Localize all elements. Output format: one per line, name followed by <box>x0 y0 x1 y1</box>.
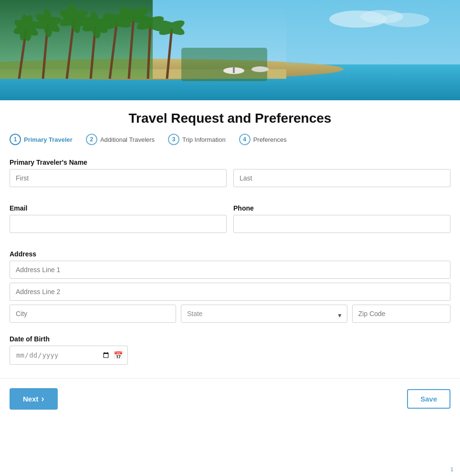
save-button[interactable]: Save <box>407 389 450 409</box>
step-num-2: 2 <box>86 134 97 145</box>
step-num-3: 3 <box>168 134 179 145</box>
wizard-nav: 1 Primary Traveler 2 Additional Traveler… <box>0 134 460 145</box>
phone-group: Phone <box>233 204 450 233</box>
dob-label: Date of Birth <box>10 335 450 343</box>
next-icon: › <box>42 394 44 404</box>
address-line2-input[interactable] <box>10 283 450 301</box>
dob-input-wrapper: 📅 <box>10 346 128 365</box>
svg-rect-40 <box>233 66 235 73</box>
step-label-4: Preferences <box>253 136 287 143</box>
phone-input[interactable] <box>233 215 450 233</box>
zip-input[interactable] <box>352 305 450 323</box>
wizard-step-2[interactable]: 2 Additional Travelers <box>86 134 155 145</box>
address-line1-input[interactable] <box>10 261 450 279</box>
svg-rect-41 <box>286 0 460 64</box>
page-title: Travel Request and Preferences <box>0 100 460 134</box>
city-input[interactable] <box>10 305 176 323</box>
svg-rect-37 <box>181 48 267 81</box>
email-group: Email <box>10 204 227 233</box>
next-button[interactable]: Next › <box>10 388 58 410</box>
wizard-step-3[interactable]: 3 Trip Information <box>168 134 226 145</box>
last-name-input[interactable] <box>233 169 450 187</box>
step-label-1: Primary Traveler <box>24 136 73 143</box>
wizard-step-1[interactable]: 1 Primary Traveler <box>10 134 73 145</box>
svg-point-39 <box>251 66 269 72</box>
step-num-1: 1 <box>10 134 21 145</box>
wizard-step-4[interactable]: 4 Preferences <box>239 134 287 145</box>
footer-bar: Next › Save <box>0 378 460 417</box>
address-label: Address <box>10 250 450 258</box>
name-row <box>10 169 450 187</box>
email-phone-row: Email Phone <box>10 204 450 242</box>
state-select[interactable]: State AL AK AZ AR CA CO CT DE FL GA HI I… <box>181 305 347 323</box>
city-group <box>10 305 176 327</box>
page-number: 1 <box>450 466 453 472</box>
next-label: Next <box>23 395 39 403</box>
step-label-3: Trip Information <box>182 136 226 143</box>
state-group: State AL AK AZ AR CA CO CT DE FL GA HI I… <box>181 305 347 327</box>
phone-label: Phone <box>233 204 450 212</box>
email-label: Email <box>10 204 227 212</box>
primary-traveler-form: Primary Traveler's Name Email Phone Addr… <box>0 159 460 365</box>
dob-group: Date of Birth 📅 <box>10 335 450 365</box>
name-group: Primary Traveler's Name <box>10 159 450 196</box>
first-name-input[interactable] <box>10 169 227 187</box>
name-label: Primary Traveler's Name <box>10 159 450 166</box>
dob-input[interactable] <box>10 346 128 365</box>
step-num-4: 4 <box>239 134 251 145</box>
hero-image <box>0 0 460 100</box>
city-state-zip-row: State AL AK AZ AR CA CO CT DE FL GA HI I… <box>10 305 450 327</box>
email-input[interactable] <box>10 215 227 233</box>
address-group: Address State AL AK AZ AR CA CO CT DE FL <box>10 250 450 327</box>
zip-group <box>352 305 450 327</box>
step-label-2: Additional Travelers <box>100 136 155 143</box>
